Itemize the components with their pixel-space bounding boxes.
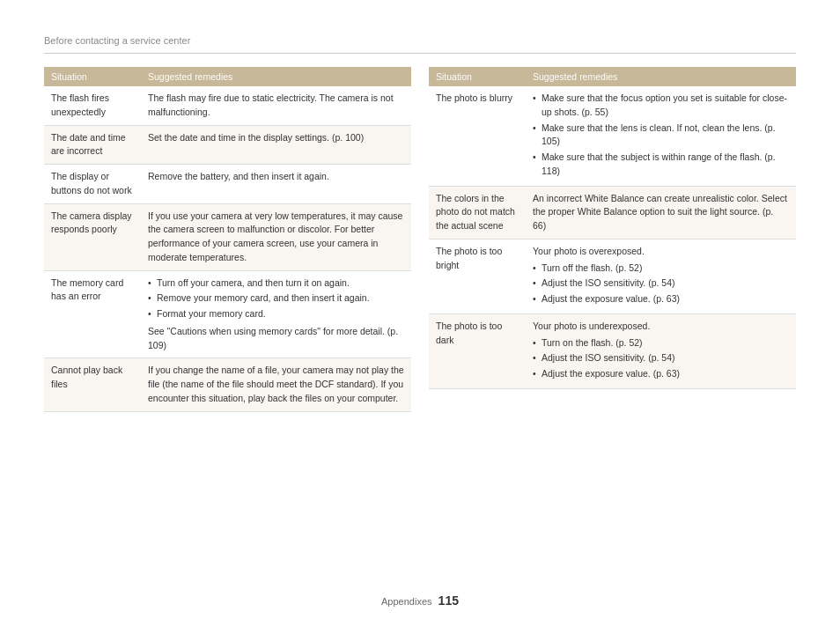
table-row: The camera display responds poorly If yo… [44, 203, 411, 270]
left-col1-header: Situation [44, 67, 141, 86]
footer-label: Appendixes [381, 596, 432, 607]
remedy-cell: If you change the name of a file, your c… [141, 358, 411, 411]
table-row: The colors in the photo do not match the… [429, 186, 796, 239]
list-item: Adjust the exposure value. (p. 63) [533, 367, 789, 381]
remedy-list: Turn off the flash. (p. 52) Adjust the I… [533, 262, 789, 306]
table-row: The photo is too dark Your photo is unde… [429, 313, 796, 388]
left-col2-header: Suggested remedies [141, 67, 411, 86]
remedy-intro: Your photo is overexposed. [533, 245, 789, 259]
header-title: Before contacting a service center [44, 35, 190, 46]
remedy-note: See "Cautions when using memory cards" f… [148, 325, 404, 353]
list-item: Format your memory card. [148, 307, 404, 321]
remedy-cell: Set the date and time in the display set… [141, 125, 411, 165]
table-row: The date and time are incorrect Set the … [44, 125, 411, 165]
table-row: The memory card has an error Turn off yo… [44, 270, 411, 358]
situation-cell: The colors in the photo do not match the… [429, 186, 526, 239]
list-item: Turn on the flash. (p. 52) [533, 336, 789, 350]
remedy-cell: An incorrect White Balance can create un… [526, 186, 796, 239]
situation-cell: The flash fires unexpectedly [44, 86, 141, 125]
remedy-list: Turn on the flash. (p. 52) Adjust the IS… [533, 336, 789, 381]
left-table: Situation Suggested remedies The flash f… [44, 67, 411, 412]
list-item: Turn off your camera, and then turn it o… [148, 276, 404, 291]
situation-cell: The photo is blurry [429, 86, 526, 186]
list-item: Make sure that the focus option you set … [533, 92, 789, 120]
table-row: The flash fires unexpectedly The flash m… [44, 86, 411, 125]
remedy-cell: The flash may fire due to static electri… [141, 86, 411, 125]
left-table-section: Situation Suggested remedies The flash f… [44, 67, 411, 412]
remedy-cell: Remove the battery, and then insert it a… [141, 165, 411, 204]
situation-cell: The camera display responds poorly [44, 203, 141, 270]
list-item: Turn off the flash. (p. 52) [533, 262, 789, 276]
table-row: The photo is too bright Your photo is ov… [429, 239, 796, 313]
remedy-cell: If you use your camera at very low tempe… [141, 203, 411, 270]
remedy-cell: Make sure that the focus option you set … [526, 86, 796, 186]
list-item: Make sure that the subject is within ran… [533, 151, 789, 179]
remedy-cell: Your photo is underexposed. Turn on the … [526, 313, 796, 388]
list-item: Remove your memory card, and then insert… [148, 291, 404, 306]
page-header: Before contacting a service center [44, 35, 796, 54]
table-row: The display or buttons do not work Remov… [44, 165, 411, 204]
situation-cell: The memory card has an error [44, 270, 141, 358]
table-row: The photo is blurry Make sure that the f… [429, 86, 796, 186]
remedy-cell: Turn off your camera, and then turn it o… [141, 270, 411, 358]
page-footer: Appendixes 115 [0, 593, 840, 608]
situation-cell: The display or buttons do not work [44, 165, 141, 204]
remedy-list: Turn off your camera, and then turn it o… [148, 276, 404, 321]
list-item: Make sure that the lens is clean. If not… [533, 122, 789, 150]
content-area: Situation Suggested remedies The flash f… [44, 67, 796, 412]
list-item: Adjust the ISO sensitivity. (p. 54) [533, 276, 789, 291]
list-item: Adjust the exposure value. (p. 63) [533, 292, 789, 306]
footer-page-number: 115 [438, 593, 459, 608]
situation-cell: The photo is too bright [429, 239, 526, 313]
situation-cell: The photo is too dark [429, 313, 526, 388]
situation-cell: Cannot play back files [44, 358, 141, 411]
table-row: Cannot play back files If you change the… [44, 358, 411, 411]
right-col2-header: Suggested remedies [526, 67, 796, 86]
list-item: Adjust the ISO sensitivity. (p. 54) [533, 351, 789, 365]
right-table: Situation Suggested remedies The photo i… [429, 67, 796, 389]
remedy-list: Make sure that the focus option you set … [533, 92, 789, 179]
remedy-cell: Your photo is overexposed. Turn off the … [526, 239, 796, 313]
right-col1-header: Situation [429, 67, 526, 86]
situation-cell: The date and time are incorrect [44, 125, 141, 165]
page-container: Before contacting a service center Situa… [0, 0, 840, 634]
right-table-section: Situation Suggested remedies The photo i… [429, 67, 796, 412]
remedy-intro: Your photo is underexposed. [533, 320, 789, 334]
